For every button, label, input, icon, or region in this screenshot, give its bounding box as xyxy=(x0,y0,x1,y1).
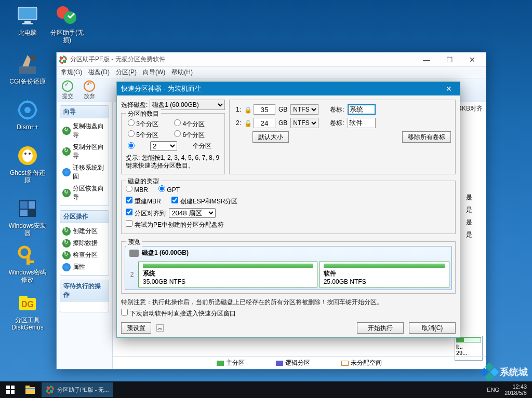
svg-rect-16 xyxy=(29,201,35,209)
wizard-item[interactable]: 迁移系统到固 xyxy=(61,162,108,183)
wizard-panel: 向导 复制磁盘向导 复制分区向导 迁移系统到固 分区恢复向导 xyxy=(60,105,109,206)
ops-panel: 分区操作 创建分区 擦除数据 检查分区 属性 xyxy=(60,210,109,276)
radio-custom-partitions[interactable] xyxy=(128,142,135,150)
desktop-icon-ghost[interactable]: Ghost备份还原 xyxy=(8,143,47,184)
desktop-icon-dism[interactable]: Dism++ xyxy=(8,98,47,131)
tray-time[interactable]: 12:43 xyxy=(504,383,527,390)
preview-group: 预览 磁盘1 (60.00GB) 2 系统 35.00GB NTFS 软件 25… xyxy=(121,241,456,294)
svg-rect-22 xyxy=(19,296,28,300)
tray-date[interactable]: 2018/5/8 xyxy=(504,390,527,396)
label-input-1[interactable] xyxy=(348,104,376,115)
svg-rect-20 xyxy=(30,260,34,263)
default-size-button[interactable]: 默认大小 xyxy=(252,131,289,143)
desktop-icon-password[interactable]: Windows密码修改 xyxy=(8,243,47,283)
op-item[interactable]: 检查分区 xyxy=(61,249,108,261)
radio-mbr[interactable]: MBR xyxy=(126,185,148,194)
lock-icon[interactable]: 🔓 xyxy=(244,120,250,126)
svg-rect-17 xyxy=(20,210,28,216)
legend-primary-swatch xyxy=(217,361,224,366)
start-button[interactable]: 开始执行 xyxy=(357,322,404,334)
preview-partition-1[interactable]: 系统 35.00GB NTFS xyxy=(138,262,317,287)
wizard-icon xyxy=(62,147,71,156)
desktop-icon-win-installer[interactable]: Windows安装器 xyxy=(8,196,47,237)
fs-select-2[interactable]: NTFS xyxy=(290,118,318,128)
disk-icon xyxy=(129,250,139,257)
op-icon xyxy=(62,227,71,236)
close-button[interactable]: ✕ xyxy=(461,54,484,65)
label-input-2[interactable] xyxy=(348,118,376,128)
preview-partition-2[interactable]: 软件 25.00GB NTFS xyxy=(319,262,449,287)
pending-panel: 等待执行的操作 xyxy=(60,280,109,312)
wizard-item[interactable]: 复制分区向导 xyxy=(61,141,108,162)
taskbar-explorer-icon[interactable] xyxy=(21,382,39,397)
svg-rect-15 xyxy=(20,201,28,209)
clear-labels-button[interactable]: 移除所有卷标 xyxy=(402,131,451,143)
svg-rect-0 xyxy=(18,7,37,20)
select-disk-dropdown[interactable]: 磁盘1 (60.00GB) xyxy=(150,100,225,110)
check-rebuild-mbr[interactable]: 重建MBR xyxy=(126,197,161,206)
radio-5-partitions[interactable]: 5个分区 xyxy=(128,130,158,140)
menu-wizard[interactable]: 向导(W) xyxy=(143,68,165,77)
check-align[interactable]: 分区对齐到 xyxy=(126,209,166,218)
menu-help[interactable]: 帮助(H) xyxy=(171,68,193,77)
check-create-esp[interactable]: 创建ESP和MSR分区 xyxy=(171,197,238,206)
op-item[interactable]: 属性 xyxy=(61,261,108,273)
wizard-item[interactable]: 分区恢复向导 xyxy=(61,183,108,203)
window-title: 分区助手PE版 - 无损分区免费软件 xyxy=(70,55,165,64)
svg-point-7 xyxy=(30,56,35,61)
check-next-time[interactable]: 下次启动软件时直接进入快速分区窗口 xyxy=(121,309,456,318)
svg-marker-6 xyxy=(22,55,31,66)
align-select[interactable]: 2048 扇区 xyxy=(169,208,216,218)
svg-point-13 xyxy=(29,153,31,155)
menu-disk[interactable]: 磁盘(D) xyxy=(88,68,110,77)
minimize-button[interactable]: — xyxy=(415,54,438,65)
partition-count-select[interactable]: 2 xyxy=(150,141,177,151)
commit-button[interactable]: ✓提交 xyxy=(62,80,73,100)
dialog-close-button[interactable]: ✕ xyxy=(442,85,456,93)
count-hint: 提示: 您能按1, 2, 3, 4, 5, 6, 7, 8, 9键来快速选择分区… xyxy=(126,154,220,170)
radio-6-partitions[interactable]: 6个分区 xyxy=(174,130,205,140)
size-input-2[interactable] xyxy=(254,118,275,128)
preset-chevron-icon[interactable]: ︽ xyxy=(156,324,164,332)
wizard-item[interactable]: 复制磁盘向导 xyxy=(61,120,108,141)
svg-rect-2 xyxy=(22,23,33,24)
wizard-icon xyxy=(62,189,71,197)
check-pe-letter[interactable]: 尝试为PE中创建的分区分配盘符 xyxy=(126,221,224,228)
warning-text: 特别注意：执行此操作后，当前所选磁盘上已经存在的所有分区将被删除！按回车键开始分… xyxy=(121,298,456,307)
partition-count-group: 分区的数目 3个分区 4个分区 5个分区 6个分区 2 个分区 提示: 您能按1… xyxy=(121,113,225,174)
op-item[interactable]: 擦除数据 xyxy=(61,237,108,249)
desktop-icon-cgi-backup[interactable]: CGI备份还原 xyxy=(8,52,47,85)
radio-gpt[interactable]: GPT xyxy=(158,185,180,194)
preset-button[interactable]: 预设置 xyxy=(121,322,151,334)
svg-text:DG: DG xyxy=(21,300,34,309)
maximize-button[interactable]: ☐ xyxy=(438,54,461,65)
op-item[interactable]: 创建分区 xyxy=(61,225,108,237)
menu-general[interactable]: 常规(G) xyxy=(61,68,82,77)
partition-rows-group: 1: 🔒 GB NTFS 卷标: 2: 🔓 GB NTFS 卷标: xyxy=(229,100,456,174)
legend-unalloc-swatch xyxy=(341,361,349,366)
menu-partition[interactable]: 分区(P) xyxy=(116,68,137,77)
col-align: 4KB对齐 xyxy=(458,104,483,113)
radio-3-partitions[interactable]: 3个分区 xyxy=(128,119,158,129)
svg-rect-27 xyxy=(11,390,15,394)
disk-type-group: 磁盘的类型 MBR GPT 重建MBR 创建ESP和MSR分区 分区对齐到 20… xyxy=(121,181,456,234)
watermark: 系统城 xyxy=(482,365,528,379)
svg-point-12 xyxy=(24,153,26,155)
desktop-icon-this-pc[interactable]: 此电脑 xyxy=(8,3,47,36)
lock-icon[interactable]: 🔒 xyxy=(244,106,250,113)
svg-rect-5 xyxy=(19,66,36,74)
size-input-1[interactable] xyxy=(254,104,275,115)
svg-rect-29 xyxy=(25,386,30,388)
desktop-icon-diskgenius[interactable]: DG分区工具DiskGenius xyxy=(8,291,47,331)
radio-4-partitions[interactable]: 4个分区 xyxy=(174,119,205,129)
discard-button[interactable]: ↶放弃 xyxy=(84,80,95,100)
taskbar-app-button[interactable]: 分区助手PE版 - 无... xyxy=(42,382,113,397)
svg-rect-30 xyxy=(25,388,35,389)
fs-select-1[interactable]: NTFS xyxy=(290,104,318,115)
cancel-button[interactable]: 取消(C) xyxy=(409,322,456,334)
svg-rect-19 xyxy=(26,255,30,265)
start-button[interactable] xyxy=(0,381,21,398)
tray-lang[interactable]: ENG xyxy=(487,387,499,393)
op-icon xyxy=(62,263,71,271)
desktop-icon-partition-assistant[interactable]: 分区助手(无损) xyxy=(48,3,86,44)
